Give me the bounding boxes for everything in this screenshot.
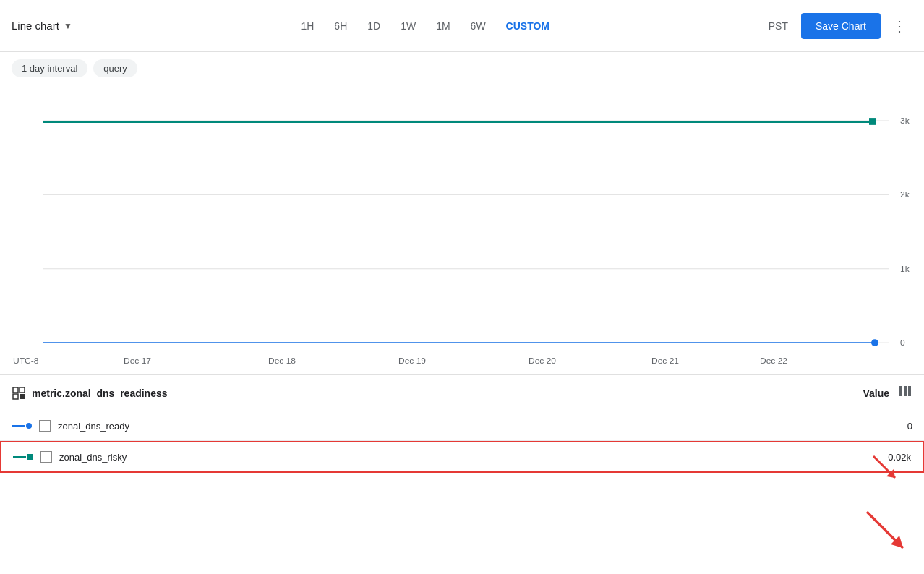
save-chart-button[interactable]: Save Chart [801,13,881,39]
series-checkbox-ready[interactable] [39,420,51,432]
time-btn-1h[interactable]: 1H [294,16,321,36]
svg-rect-22 [20,394,25,399]
svg-text:Dec 20: Dec 20 [529,356,556,367]
time-btn-6w[interactable]: 6W [463,16,493,36]
svg-text:UTC-8: UTC-8 [13,356,39,367]
metric-grid-icon [12,386,26,400]
svg-text:1k: 1k [900,264,910,274]
time-btn-1d[interactable]: 1D [360,16,388,36]
time-btn-custom[interactable]: CUSTOM [499,16,557,36]
svg-text:Dec 22: Dec 22 [760,356,787,367]
svg-text:2k: 2k [900,189,910,200]
chart-type-label: Line chart [12,20,59,32]
metric-name: metric.zonal_dns_readiness [32,387,863,399]
series-line-risky [13,454,33,460]
svg-rect-25 [908,386,911,396]
interval-chip[interactable]: 1 day interval [12,59,87,77]
chart-area: 3k 2k 1k 0 UTC-8 Dec 17 Dec 18 Dec 19 De… [0,85,924,374]
time-btn-1w[interactable]: 1W [393,16,423,36]
chart-svg: 3k 2k 1k 0 UTC-8 Dec 17 Dec 18 Dec 19 De… [0,93,924,374]
time-btn-6h[interactable]: 6H [327,16,354,36]
timezone-button[interactable]: PST [761,16,795,36]
chart-type-selector[interactable]: Line chart ▼ [12,20,72,32]
series-name-risky: zonal_dns_risky [59,452,881,463]
svg-rect-9 [869,118,876,125]
legend-table: metric.zonal_dns_readiness Value zonal_d… [0,374,924,473]
red-arrow-overlay [863,508,914,561]
svg-text:0: 0 [900,338,905,348]
svg-point-11 [871,339,878,346]
time-btn-1m[interactable]: 1M [429,16,457,36]
more-options-button[interactable]: ⋮ [886,14,912,38]
svg-rect-23 [899,386,902,396]
chevron-down-icon: ▼ [64,21,72,31]
svg-text:Dec 19: Dec 19 [398,356,426,367]
series-line-ready [12,423,32,429]
svg-rect-21 [13,394,18,399]
svg-text:Dec 18: Dec 18 [268,356,296,367]
svg-rect-24 [904,386,907,396]
legend-header: metric.zonal_dns_readiness Value [0,375,924,411]
series-checkbox-risky[interactable] [40,451,52,463]
query-chip[interactable]: query [93,59,137,77]
svg-rect-20 [20,387,25,393]
svg-marker-29 [891,536,903,548]
series-name-ready: zonal_dns_ready [58,421,900,432]
svg-text:3k: 3k [900,116,910,126]
svg-rect-19 [13,387,18,393]
legend-section: metric.zonal_dns_readiness Value zonal_d… [0,374,924,473]
series-value-ready: 0 [907,421,912,432]
toolbar: Line chart ▼ 1H 6H 1D 1W 1M 6W CUSTOM PS… [0,0,924,52]
filter-bar: 1 day interval query [0,52,924,85]
series-value-risky: 0.02k [888,452,911,463]
svg-text:Dec 17: Dec 17 [124,356,151,367]
svg-text:Dec 21: Dec 21 [651,356,679,367]
svg-line-28 [867,512,903,548]
legend-row-ready: zonal_dns_ready 0 [0,411,924,441]
value-label: Value [863,387,889,399]
columns-icon[interactable] [898,384,912,402]
time-buttons: 1H 6H 1D 1W 1M 6W CUSTOM [90,16,761,36]
legend-row-risky: zonal_dns_risky 0.02k [0,441,924,473]
